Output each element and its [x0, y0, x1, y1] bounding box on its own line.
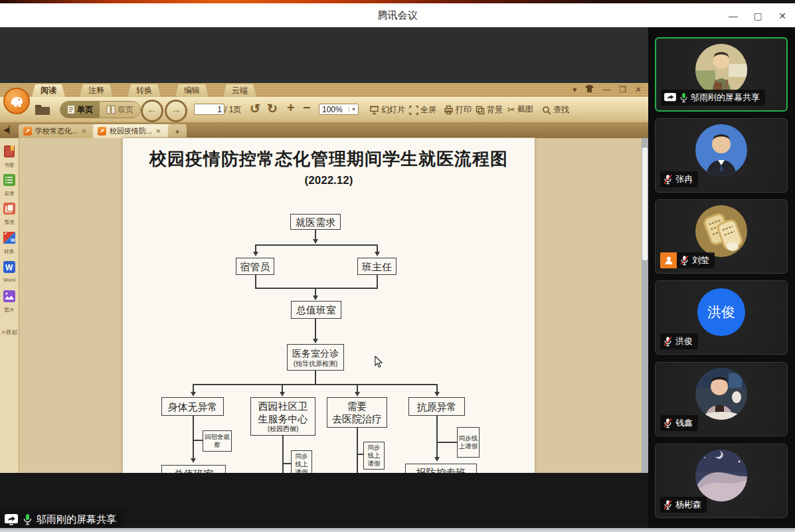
- avatar: 洪俊: [697, 288, 745, 336]
- connector-line: [357, 428, 358, 473]
- close-button[interactable]: ✕: [776, 10, 788, 22]
- doc-tab-2-close-icon[interactable]: ✕: [155, 128, 161, 135]
- wps-logo[interactable]: [3, 88, 30, 114]
- arrowhead: [191, 392, 196, 397]
- connector-line: [193, 416, 194, 460]
- wps-doc-icon: ↗: [23, 127, 32, 135]
- flow-node-dorm-manager: 宿管员: [236, 258, 274, 275]
- tab-scroll-left-icon[interactable]: ◀▏: [3, 126, 15, 134]
- previous-page-button[interactable]: ←: [141, 100, 163, 122]
- flow-node-report-team: 报防控专班: [405, 464, 477, 473]
- ribbon-tab-edit[interactable]: 编辑: [175, 84, 209, 97]
- participant-tile[interactable]: 刘莹: [655, 199, 788, 274]
- wps-close-button[interactable]: ✕: [635, 85, 642, 94]
- zoom-out-button[interactable]: −: [303, 100, 311, 116]
- sidebar-item-image[interactable]: 图片: [0, 290, 19, 313]
- flowchart-title: 校园疫情防控常态化管理期间学生就医流程图: [123, 147, 535, 171]
- pdf-page: 校园疫情防控常态化管理期间学生就医流程图 (2022.12) 就医需求 宿管员 …: [123, 138, 535, 473]
- slideshow-button[interactable]: 幻灯片: [369, 104, 405, 116]
- sidebar-item-toc[interactable]: 目录: [0, 173, 19, 197]
- find-button[interactable]: 查找: [542, 104, 569, 116]
- page-view-toggle: 单页 双页: [60, 101, 141, 118]
- screen-share-viewport: 阅读 注释 转换 编辑 云端 ▾ — ❐ ✕: [0, 27, 648, 532]
- arrowhead: [434, 392, 440, 397]
- avatar: [695, 124, 747, 176]
- zoom-level-select[interactable]: 100% ▼: [319, 104, 359, 115]
- new-tab-button[interactable]: +: [168, 124, 187, 138]
- participant-label: 杨彬森: [660, 497, 707, 513]
- participant-tile[interactable]: 张冉: [655, 118, 788, 193]
- skin-dropdown-icon[interactable]: ▾: [573, 85, 576, 94]
- fullscreen-icon: [409, 106, 418, 115]
- scrollbar-thumb[interactable]: [642, 147, 648, 260]
- arrowhead: [280, 392, 285, 397]
- zoom-dropdown-icon: ▼: [349, 107, 358, 112]
- ribbon-tab-cloud[interactable]: 云端: [223, 84, 256, 97]
- wps-restore-button[interactable]: ❐: [619, 85, 626, 94]
- avatar: [695, 368, 747, 420]
- avatar-initials: 洪俊: [707, 303, 735, 321]
- arrowhead: [253, 252, 258, 256]
- undo-button[interactable]: ↺: [250, 101, 260, 116]
- double-page-button[interactable]: 双页: [100, 102, 140, 118]
- page-number-input[interactable]: [194, 104, 224, 115]
- doc-tab-2-active[interactable]: ↗ 校园疫情防... ✕: [93, 124, 174, 138]
- sidebar-item-bookmark[interactable]: 书签: [0, 145, 19, 169]
- word-icon: W: [3, 260, 16, 274]
- maximize-button[interactable]: ▢: [752, 10, 764, 22]
- document-scrollbar[interactable]: [642, 138, 648, 473]
- participant-name: 邬雨刚的屏幕共享: [691, 92, 760, 104]
- ribbon-tab-convert[interactable]: 转换: [128, 84, 161, 97]
- participant-name: 张冉: [675, 173, 693, 185]
- doc-tab-1[interactable]: ↗ 学校常态化... ✕: [19, 124, 98, 138]
- flow-node-community-center: 西园社区卫 生服务中心 (校园西侧): [250, 397, 315, 436]
- wps-ribbon-tabstrip: 阅读 注释 转换 编辑 云端 ▾ — ❐ ✕: [0, 83, 648, 97]
- connector-line: [282, 463, 291, 464]
- mic-muted-icon: [663, 336, 673, 347]
- screenshot-button[interactable]: ✂ 截图: [507, 104, 533, 115]
- skin-icon[interactable]: [585, 85, 594, 94]
- flow-node-end-duty-room: 总值班室: [161, 465, 226, 473]
- participant-tile[interactable]: 邬雨刚的屏幕共享: [655, 37, 788, 112]
- ribbon-tab-annotate[interactable]: 注释: [80, 84, 113, 97]
- print-button[interactable]: 打印: [444, 104, 472, 116]
- ribbon-tab-read[interactable]: 阅读: [32, 84, 65, 97]
- flowchart-subtitle: (2022.12): [123, 174, 535, 187]
- member-badge: [660, 252, 677, 268]
- background-icon: [476, 106, 485, 115]
- participant-tile[interactable]: 洪俊 洪俊: [655, 280, 788, 355]
- next-page-button[interactable]: →: [165, 100, 187, 122]
- minimize-button[interactable]: —: [727, 10, 739, 22]
- meeting-title: 腾讯会议: [0, 3, 795, 27]
- arrowhead: [313, 296, 318, 300]
- share-letterbox-top: [0, 27, 648, 83]
- sidebar-item-word[interactable]: W Word: [0, 260, 19, 283]
- sidebar-item-convert[interactable]: W 转换: [0, 231, 19, 255]
- single-page-button[interactable]: 单页: [60, 102, 100, 118]
- redo-button[interactable]: ↻: [267, 101, 278, 116]
- sidebar-item-preview[interactable]: 预览: [0, 202, 19, 226]
- arrowhead: [355, 392, 360, 397]
- print-icon: [444, 105, 454, 115]
- participant-label: 钱鑫: [660, 415, 698, 431]
- collapse-panel-button[interactable]: ∧收起: [0, 328, 19, 337]
- connector-line: [436, 416, 438, 458]
- fullscreen-button[interactable]: 全屏: [409, 104, 436, 116]
- participant-label: 邬雨刚的屏幕共享: [661, 90, 765, 106]
- toc-icon: [3, 173, 16, 187]
- wps-doc-icon: ↗: [98, 127, 106, 135]
- preview-icon: [3, 202, 16, 215]
- doc-tab-1-close-icon[interactable]: ✕: [81, 128, 86, 135]
- wps-left-panel: 书签 目录 预览 W 转换 W Word 图片 ∧: [0, 138, 19, 473]
- flow-node-observe: 回宿舍观察: [203, 430, 232, 452]
- flow-node-antigen-abnormal: 抗原异常: [408, 397, 465, 416]
- open-folder-icon[interactable]: [35, 103, 50, 118]
- background-button[interactable]: 背景: [476, 104, 503, 116]
- wps-minimize-button[interactable]: —: [602, 85, 610, 94]
- zoom-in-button[interactable]: +: [287, 100, 295, 116]
- participant-tile[interactable]: 杨彬森: [655, 444, 788, 518]
- participant-name: 钱鑫: [675, 417, 693, 429]
- zoom-level-value: 100%: [319, 105, 349, 114]
- pdf-to-word-icon: W: [3, 231, 16, 244]
- participant-tile[interactable]: 钱鑫: [655, 362, 788, 436]
